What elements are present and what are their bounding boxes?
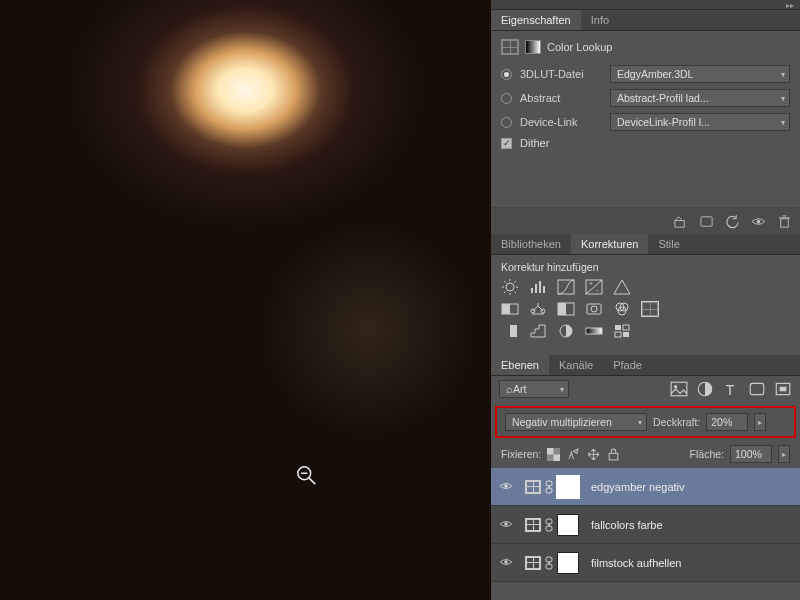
visibility-toggle-icon[interactable] [491,557,521,569]
filter-adjustment-icon[interactable] [696,381,714,397]
svg-rect-54 [554,454,561,461]
svg-line-15 [515,292,517,294]
tab-pfade[interactable]: Pfade [603,355,652,375]
vibrance-icon[interactable] [613,279,631,295]
layer-name[interactable]: filmstock aufhellen [583,557,682,569]
lock-label: Fixieren: [501,448,541,460]
lock-all-icon[interactable] [607,448,620,461]
svg-line-16 [515,281,517,283]
layer-filter-icons: T [670,381,792,397]
brightness-contrast-icon[interactable] [501,279,519,295]
layer-row[interactable]: filmstock aufhellen [491,544,800,582]
layer-row[interactable]: fallcolors farbe [491,506,800,544]
clip-to-layer-icon[interactable] [672,214,688,228]
blend-mode-dropdown[interactable]: Negativ multiplizieren [505,413,647,431]
svg-rect-21 [543,286,545,293]
svg-rect-38 [503,325,510,337]
posterize-icon[interactable] [529,323,547,339]
tab-bibliotheken[interactable]: Bibliotheken [491,234,571,254]
filter-type-icon[interactable]: T [722,381,740,397]
svg-rect-31 [558,303,566,315]
adjustments-row-1: +- [501,279,790,295]
tab-eigenschaften[interactable]: Eigenschaften [491,10,581,30]
dropdown-device-link[interactable]: DeviceLink-Profil l... [610,113,790,131]
svg-rect-41 [615,325,621,330]
lock-position-icon[interactable] [587,448,600,461]
collapse-arrows-icon[interactable]: ▸▸ [786,1,794,10]
view-previous-icon[interactable] [698,214,714,228]
dropdown-abstract[interactable]: Abstract-Profil lad... [610,89,790,107]
lock-transparency-icon[interactable] [547,448,560,461]
svg-rect-44 [623,332,629,337]
fill-flyout-icon[interactable]: ▸ [778,445,790,463]
zoom-out-cursor [296,465,318,487]
svg-point-0 [298,467,311,480]
radio-device-link[interactable] [501,117,512,128]
svg-rect-22 [558,280,574,294]
layer-filter-kind[interactable]: ⌕Art [499,380,569,398]
opacity-flyout-icon[interactable]: ▸ [754,413,766,431]
label-dither: Dither [520,137,549,149]
svg-line-17 [504,292,506,294]
photo-filter-icon[interactable] [585,301,603,317]
color-balance-icon[interactable] [529,301,547,317]
fill-value[interactable]: 100% [730,445,772,463]
lock-pixels-icon[interactable] [567,448,580,461]
levels-icon[interactable] [529,279,547,295]
selective-color-icon[interactable] [613,323,631,339]
layer-link-icon[interactable] [545,480,553,494]
trash-icon[interactable] [776,214,792,228]
adjustments-panel: Bibliotheken Korrekturen Stile Korrektur… [491,234,800,355]
layer-link-icon[interactable] [545,556,553,570]
svg-rect-45 [671,382,687,396]
channel-mixer-icon[interactable] [613,301,631,317]
visibility-toggle-icon[interactable] [491,481,521,493]
svg-text:+: + [589,280,593,287]
tab-kanaele[interactable]: Kanäle [549,355,603,375]
color-lookup-icon[interactable] [641,301,659,317]
svg-rect-6 [780,218,788,226]
threshold-icon[interactable] [557,323,575,339]
tab-ebenen[interactable]: Ebenen [491,355,549,375]
tab-stile[interactable]: Stile [648,234,689,254]
exposure-icon[interactable]: +- [585,279,603,295]
radio-3dlut[interactable] [501,69,512,80]
dropdown-3dlut[interactable]: EdgyAmber.3DL [610,65,790,83]
filter-shape-icon[interactable] [748,381,766,397]
black-white-icon[interactable] [557,301,575,317]
filter-smart-icon[interactable] [774,381,792,397]
checkbox-dither[interactable]: ✓ [501,138,512,149]
visibility-toggle-icon[interactable] [491,519,521,531]
layer-name[interactable]: fallcolors farbe [583,519,663,531]
visibility-icon[interactable] [750,214,766,228]
layer-lut-icon [525,556,541,570]
svg-line-1 [309,478,315,484]
reset-icon[interactable] [724,214,740,228]
layer-name[interactable]: edgyamber negativ [583,481,685,493]
invert-icon[interactable] [501,323,519,339]
svg-line-14 [504,281,506,283]
properties-tabs: Eigenschaften Info [491,10,800,31]
layer-mask-thumb[interactable] [557,476,579,498]
layer-mask-thumb[interactable] [557,514,579,536]
svg-point-60 [504,522,507,525]
opacity-value[interactable]: 20% [706,413,748,431]
tab-korrekturen[interactable]: Korrekturen [571,234,648,254]
curves-icon[interactable] [557,279,575,295]
adjustments-row-2 [501,301,790,317]
radio-abstract[interactable] [501,93,512,104]
layer-row[interactable]: edgyamber negativ [491,468,800,506]
svg-point-64 [504,560,507,563]
layer-mask-thumb[interactable] [557,552,579,574]
filter-pixel-icon[interactable] [670,381,688,397]
layer-link-icon[interactable] [545,518,553,532]
document-canvas[interactable] [0,0,491,600]
svg-point-56 [504,484,507,487]
properties-panel: Eigenschaften Info Color Lookup 3DLUT-Da… [491,10,800,234]
svg-point-33 [591,306,597,312]
gradient-map-icon[interactable] [585,323,603,339]
fill-label: Fläche: [690,448,724,460]
tab-info[interactable]: Info [581,10,619,30]
svg-point-9 [506,283,514,291]
hue-saturation-icon[interactable] [501,301,519,317]
